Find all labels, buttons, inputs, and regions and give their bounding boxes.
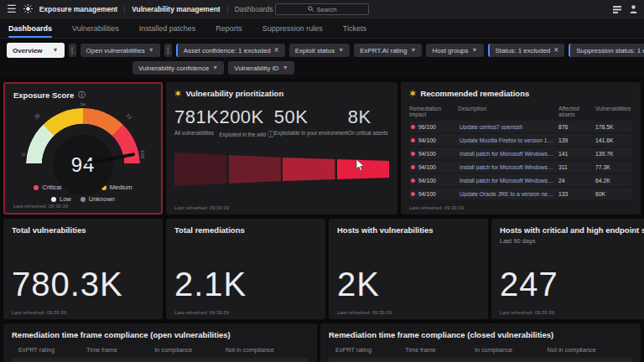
- stat-exploited-in-wild: 200K: [219, 106, 273, 128]
- severity-dot: [411, 125, 415, 129]
- recommended-remediations-panel: ✶ Recommended remediations Remediation i…: [401, 82, 641, 215]
- sparkle-icon: ✶: [174, 90, 181, 98]
- last-refreshed-label: Last refreshed: 09:39:39: [12, 310, 66, 315]
- severity-dot: [411, 138, 415, 142]
- funnel-segment-exploitable[interactable]: [283, 147, 335, 191]
- hosts-critical-high-detections-value: 247: [500, 267, 644, 301]
- total-vulnerabilities-value: 780.3K: [12, 267, 154, 301]
- vulnerability-prioritization-panel[interactable]: ✶ Vulnerability prioritization 781K All …: [166, 82, 397, 215]
- stat-exploitable-in-environment: 50K: [274, 106, 348, 128]
- table-row[interactable]: 94/100 Update Mozilla Firefox to version…: [409, 134, 632, 146]
- table-row[interactable]: 96/100 Update centos7 openssh 876 178.5K: [409, 121, 632, 132]
- mouse-cursor-icon: [356, 159, 365, 175]
- compliance-closed-panel: Remediation time frame compliance (close…: [320, 323, 641, 362]
- gauge-tick: 25: [34, 113, 41, 121]
- remediations-title: Recommended remediations: [420, 89, 529, 98]
- table-row[interactable]: 94/100 Install patch for Microsoft Windo…: [409, 147, 632, 159]
- severity-dot: [411, 165, 415, 169]
- menu-item-vulnerability-management[interactable]: Vulnerability management: [132, 5, 221, 13]
- total-remediations-value: 2.1K: [174, 267, 317, 301]
- table-row[interactable]: 94/100 Install patch for Microsoft Windo…: [409, 174, 632, 186]
- filter-vulnerability-confidence[interactable]: Vulnerability confidence▼: [132, 61, 224, 75]
- exposure-score-title: Exposure Score: [13, 90, 74, 100]
- filter-exprt-ai-rating[interactable]: ExPRT.AI rating▼: [354, 44, 422, 57]
- filter-host-groups[interactable]: Host groups▼: [426, 44, 483, 57]
- last-refreshed-label: Last refreshed: 09:39:39: [13, 204, 68, 209]
- hamburger-menu-icon[interactable]: ☰: [7, 3, 17, 14]
- dashboard-content: Exposure Score ⓘ 50 25 75 0 100 94 Cri: [0, 79, 644, 362]
- hosts-critical-high-detections-card[interactable]: Hosts with critical and high endpoint se…: [491, 219, 644, 319]
- remediation-link[interactable]: Install patch for Microsoft Windows Serv…: [460, 178, 553, 184]
- user-profile-icon[interactable]: [630, 2, 637, 17]
- filter-status[interactable]: Status: 1 excluded×: [488, 44, 565, 57]
- filter-vulnerability-id[interactable]: Vulnerability ID▼: [228, 61, 293, 75]
- tab-dashboards[interactable]: Dashboards: [8, 18, 52, 38]
- chevron-down-icon: ▼: [410, 47, 416, 53]
- chevron-down-icon: ▼: [472, 47, 478, 53]
- tab-tickets[interactable]: Tickets: [343, 18, 366, 38]
- total-vulnerabilities-card[interactable]: Total vulnerabilities 780.3K Last refres…: [3, 219, 163, 319]
- filter-suppression-status[interactable]: Suppression status: 1 excluded×: [569, 44, 644, 57]
- table-row[interactable]: 94/100 Install patch for Microsoft Windo…: [409, 161, 632, 173]
- secondary-nav: Dashboards Vulnerabilities Installed pat…: [0, 18, 644, 39]
- menu-item-exposure-management[interactable]: Exposure management: [39, 5, 118, 13]
- dashboard-view-select[interactable]: Overview ▼: [7, 43, 65, 58]
- table-row[interactable]: Critical 7 days 19% 81%: [329, 358, 632, 362]
- remediations-table-header: Remediation impact Description Affected …: [409, 106, 632, 117]
- chevron-down-icon: ▼: [212, 65, 218, 70]
- last-refreshed-label: Last refreshed: 09:39:39: [174, 205, 229, 210]
- exposure-score-value: 94: [71, 153, 96, 177]
- compliance-table-header: ExPRT rating Time frame In compliance No…: [12, 339, 309, 358]
- last-refreshed-label: Last refreshed: 09:39:39: [409, 205, 464, 210]
- apps-icon[interactable]: [613, 2, 621, 17]
- exposure-score-panel[interactable]: Exposure Score ⓘ 50 25 75 0 100 94 Cri: [3, 82, 163, 215]
- low-dot: [51, 197, 56, 202]
- filter-exploit-status[interactable]: Exploit status▼: [289, 44, 351, 57]
- funnel-segment-exploited[interactable]: [229, 147, 282, 191]
- prioritization-title: Vulnerability prioritization: [185, 89, 283, 98]
- remediation-link[interactable]: Install patch for Microsoft Windows Serv…: [460, 164, 553, 170]
- falcon-logo-icon: [23, 4, 33, 13]
- divider: [227, 5, 228, 13]
- tab-reports[interactable]: Reports: [216, 18, 242, 38]
- remediation-link[interactable]: Update centos7 openssh: [460, 124, 553, 130]
- remediation-link[interactable]: Install patch for Microsoft Windows 10 1…: [460, 151, 553, 157]
- chevron-down-icon: ▼: [53, 47, 59, 53]
- filter-query-type[interactable]: Open vulnerabilities▼: [80, 44, 160, 57]
- chevron-down-icon: ▼: [148, 47, 154, 53]
- info-icon[interactable]: ⓘ: [267, 131, 274, 138]
- hosts-with-vulnerabilities-card[interactable]: Hosts with vulnerabilities 2K Last refre…: [329, 219, 488, 319]
- sparkle-icon: ✶: [409, 90, 416, 98]
- total-remediations-card[interactable]: Total remediations 2.1K Last refreshed: …: [166, 219, 325, 319]
- remediation-link[interactable]: Update Mozilla Firefox to version 142 or…: [460, 137, 553, 143]
- compliance-open-panel: Remediation time frame compliance (open …: [3, 323, 317, 362]
- table-row[interactable]: 94/100 Update Oracle JRE to a version ne…: [409, 188, 632, 199]
- card-subtitle: Last 90 days: [500, 237, 644, 245]
- tab-installed-patches[interactable]: Installed patches: [139, 18, 196, 38]
- filter-options-kebab-icon[interactable]: ⋮: [164, 44, 172, 57]
- gauge-center: 94: [53, 135, 113, 195]
- remediation-link[interactable]: Update Oracle JRE to a version newer tha…: [460, 191, 553, 197]
- breadcrumb[interactable]: Dashboards: [235, 5, 273, 13]
- funnel-stats: 781K All vulnerabilities 200K Exploited …: [174, 106, 389, 139]
- compliance-table-header: ExPRT rating Time frame In compliance No…: [329, 339, 632, 358]
- stat-all-vulnerabilities: 781K: [174, 106, 219, 128]
- close-icon[interactable]: ×: [553, 46, 558, 54]
- close-icon[interactable]: ×: [274, 46, 279, 54]
- gauge-legend-row-2: Low Unknown: [5, 195, 161, 203]
- last-refreshed-label: Last refreshed: 09:39:39: [500, 310, 554, 315]
- unknown-dot: [80, 197, 86, 202]
- tab-vulnerabilities[interactable]: Vulnerabilities: [72, 18, 119, 38]
- search-input[interactable]: Search: [275, 3, 369, 15]
- filter-asset-confidence[interactable]: Asset confidence: 1 excluded×: [176, 44, 285, 57]
- info-icon[interactable]: ⓘ: [78, 90, 85, 100]
- table-row[interactable]: Critical 7 days 19% 81%: [12, 358, 309, 362]
- top-bar: ☰ Exposure management Vulnerability mana…: [0, 0, 644, 18]
- gauge-tick: 75: [125, 113, 132, 121]
- tab-suppression-rules[interactable]: Suppression rules: [262, 18, 323, 38]
- severity-dot: [411, 152, 415, 156]
- severity-dot: [411, 178, 415, 183]
- last-refreshed-label: Last refreshed: 09:39:39: [174, 310, 229, 315]
- view-options-kebab-icon[interactable]: ⋮: [69, 44, 76, 57]
- funnel-segment-all[interactable]: [174, 147, 227, 191]
